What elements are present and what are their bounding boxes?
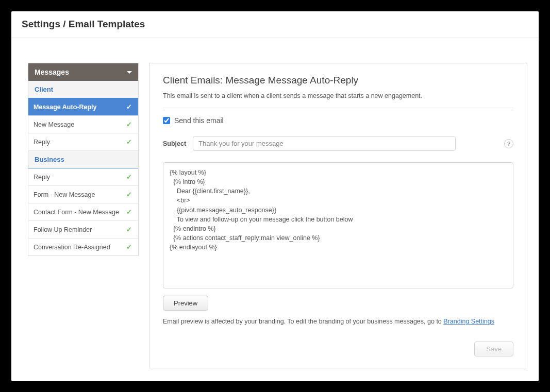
sidebar-item-form-new-message[interactable]: Form - New Message ✓ (28, 186, 138, 203)
preview-button[interactable]: Preview (163, 296, 208, 311)
sidebar-item-label: Message Auto-Reply (34, 104, 96, 111)
sidebar-heading-label: Messages (35, 68, 69, 76)
sidebar-item-label: Reply (34, 139, 50, 146)
sidebar-item-label: Contact Form - New Message (34, 209, 119, 216)
sidebar-item-conversation-reassigned[interactable]: Conversation Re-Assigned ✓ (28, 238, 138, 255)
sidebar: Messages Client Message Auto-Reply ✓ New… (28, 63, 139, 256)
content-area: Messages Client Message Auto-Reply ✓ New… (11, 38, 539, 381)
panel-title: Client Emails: Message Message Auto-Repl… (163, 75, 513, 86)
check-icon: ✓ (126, 226, 132, 233)
settings-window: Settings / Email Templates Messages Clie… (11, 11, 539, 381)
footer-note-text: Email preview is affected by your brandi… (163, 318, 443, 325)
sidebar-item-label: Follow Up Reminder (34, 226, 92, 233)
sidebar-section-business[interactable]: Business (28, 151, 138, 168)
help-icon[interactable]: ? (504, 139, 513, 148)
check-icon: ✓ (126, 191, 132, 198)
sidebar-item-message-auto-reply[interactable]: Message Auto-Reply ✓ (28, 98, 138, 116)
subject-input[interactable] (193, 136, 456, 151)
sidebar-item-label: Conversation Re-Assigned (34, 244, 110, 251)
subject-row: Subject ? (163, 136, 513, 151)
send-email-checkbox[interactable] (163, 117, 170, 124)
page-header: Settings / Email Templates (11, 11, 539, 38)
check-icon: ✓ (126, 173, 132, 181)
caret-down-icon (127, 71, 132, 74)
sidebar-item-label: Form - New Message (34, 191, 95, 198)
check-icon: ✓ (126, 103, 132, 111)
sidebar-item-reply-client[interactable]: Reply ✓ (28, 133, 138, 151)
footer-note: Email preview is affected by your brandi… (163, 318, 513, 325)
sidebar-item-contact-form-new-message[interactable]: Contact Form - New Message ✓ (28, 203, 138, 221)
send-email-row[interactable]: Send this email (163, 116, 513, 125)
email-body-textarea[interactable] (163, 162, 513, 288)
check-icon: ✓ (126, 208, 132, 216)
subject-label: Subject (163, 140, 187, 147)
sidebar-item-reply-business[interactable]: Reply ✓ (28, 168, 138, 186)
page-title: Settings / Email Templates (22, 19, 528, 30)
sidebar-item-label: New Message (34, 121, 74, 128)
check-icon: ✓ (126, 121, 132, 128)
sidebar-item-new-message[interactable]: New Message ✓ (28, 116, 138, 133)
panel-description: This email is sent to a client when a cl… (163, 92, 513, 108)
check-icon: ✓ (126, 243, 132, 251)
save-row: Save (163, 342, 513, 356)
check-icon: ✓ (126, 138, 132, 146)
send-email-label: Send this email (174, 116, 224, 125)
sidebar-item-label: Reply (34, 174, 50, 181)
sidebar-item-follow-up-reminder[interactable]: Follow Up Reminder ✓ (28, 221, 138, 238)
save-button[interactable]: Save (474, 342, 513, 356)
sidebar-heading[interactable]: Messages (28, 63, 138, 81)
branding-settings-link[interactable]: Branding Settings (443, 318, 494, 325)
sidebar-section-client[interactable]: Client (28, 81, 138, 98)
main-panel: Client Emails: Message Message Auto-Repl… (149, 63, 527, 368)
